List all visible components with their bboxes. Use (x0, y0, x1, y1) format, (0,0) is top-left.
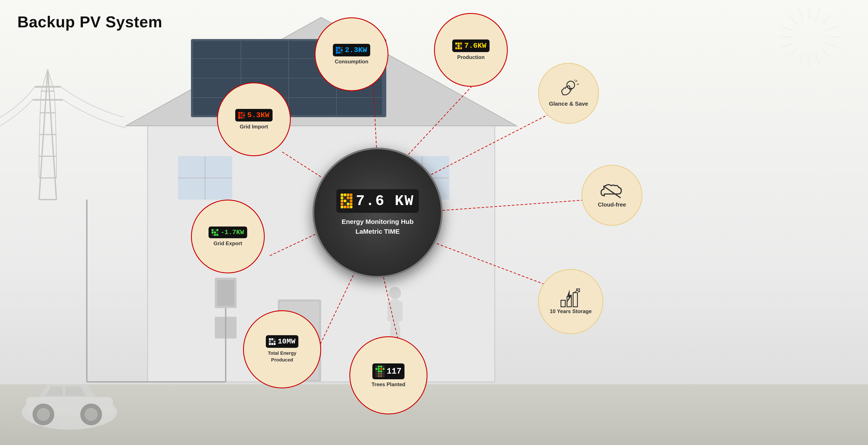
svg-rect-56 (194, 60, 240, 77)
production-value: 7.6KW (464, 42, 486, 50)
svg-line-26 (40, 91, 41, 113)
trees-planted-value: 117 (387, 367, 401, 376)
svg-rect-66 (290, 99, 335, 114)
svg-line-101 (576, 81, 577, 82)
glance-save-label: Glance & Save (549, 100, 588, 107)
metric-grid-import: 5.3KW Grid Import (217, 83, 291, 156)
svg-rect-52 (194, 42, 240, 58)
hub-display: 7.6 KW (336, 189, 419, 213)
glance-save-icon (558, 80, 579, 99)
svg-line-30 (39, 134, 39, 156)
svg-line-27 (54, 91, 55, 113)
feature-cloud-free: Cloud-free (582, 165, 642, 226)
consumption-label: Consumption (335, 59, 369, 65)
storage-icon (559, 288, 583, 308)
feature-10-years-storage: 10 Years Storage (538, 269, 603, 334)
grid-import-display: 5.3KW (235, 109, 272, 122)
hub-label: Energy Monitoring Hub LaMetric TIME (342, 217, 413, 236)
grid-export-display: -1.7KW (209, 226, 247, 238)
total-energy-label: Total EnergyProduced (268, 350, 297, 363)
svg-point-39 (37, 408, 50, 421)
cloud-free-icon (600, 183, 624, 200)
feature-glance-save: Glance & Save (538, 63, 599, 124)
svg-rect-53 (242, 42, 287, 58)
trees-planted-display: 117 (372, 363, 404, 379)
consumption-value: 2.3KW (345, 46, 367, 54)
svg-rect-78 (217, 280, 235, 306)
hub-circle: 7.6 KW Energy Monitoring Hub LaMetric TI… (312, 148, 443, 278)
svg-line-31 (56, 134, 56, 156)
cloud-free-label: Cloud-free (598, 201, 626, 208)
10-years-storage-label: 10 Years Storage (550, 308, 592, 315)
svg-line-29 (55, 113, 56, 134)
metric-trees-planted: 117 Trees Planted (349, 336, 428, 414)
metric-consumption: 2.3KW Consumption (315, 18, 389, 91)
production-display: 7.6KW (452, 39, 489, 52)
svg-rect-105 (561, 300, 565, 307)
svg-line-28 (39, 113, 40, 134)
svg-rect-83 (398, 301, 403, 321)
trees-planted-label: Trees Planted (372, 381, 405, 387)
hub-value: 7.6 KW (356, 193, 414, 210)
grid-import-value: 5.3KW (247, 111, 269, 119)
total-energy-value: 10MW (278, 338, 296, 346)
svg-line-104 (603, 186, 621, 198)
svg-line-103 (575, 80, 575, 81)
grid-export-value: -1.7KW (220, 229, 244, 236)
production-label: Production (457, 54, 485, 60)
svg-rect-57 (242, 60, 287, 77)
metric-grid-export: -1.7KW Grid Export (191, 200, 265, 274)
grid-import-label: Grid Import (240, 124, 268, 130)
hub-dot-matrix (341, 194, 352, 208)
svg-point-41 (85, 408, 98, 421)
consumption-display: 2.3KW (333, 44, 370, 56)
svg-point-98 (567, 81, 575, 89)
grid-export-label: Grid Export (214, 241, 242, 247)
svg-line-102 (577, 84, 579, 85)
total-energy-display: 10MW (266, 335, 299, 348)
metric-production: 7.6KW Production (434, 13, 508, 87)
metric-total-energy: 10MW Total EnergyProduced (243, 310, 321, 388)
svg-rect-107 (573, 293, 578, 307)
svg-point-80 (389, 287, 401, 299)
